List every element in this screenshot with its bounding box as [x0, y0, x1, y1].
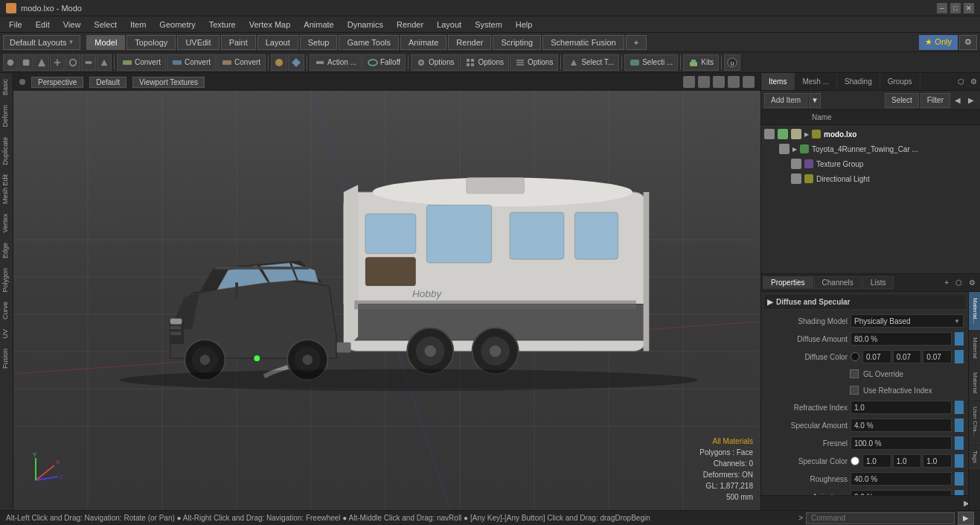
- menu-item[interactable]: Item: [124, 19, 152, 31]
- roughness-bar[interactable]: [955, 472, 964, 486]
- convert-button-1[interactable]: Convert: [117, 54, 166, 71]
- tool-icon-8[interactable]: [271, 54, 287, 71]
- sidebar-tab-basic[interactable]: Basic: [0, 74, 13, 100]
- kits-button[interactable]: Kits: [683, 54, 719, 71]
- settings-button[interactable]: ⚙: [959, 35, 977, 50]
- vp-icon-zoom[interactable]: [713, 76, 725, 88]
- anisotropy-bar[interactable]: [955, 490, 964, 495]
- convert-button-3[interactable]: Convert: [217, 54, 266, 71]
- right-tab-tags[interactable]: Tags: [969, 445, 980, 470]
- eye-icon-texture[interactable]: [791, 159, 801, 169]
- anisotropy-value[interactable]: 0.0 %: [851, 490, 952, 495]
- fresnel-bar[interactable]: [955, 436, 964, 450]
- props-expand[interactable]: ⬡: [952, 277, 965, 288]
- tool-icon-6[interactable]: [81, 54, 96, 71]
- menu-help[interactable]: Help: [510, 19, 539, 31]
- menu-texture[interactable]: Texture: [203, 19, 242, 31]
- tool-icon-1[interactable]: [3, 54, 18, 71]
- tab-uvedit[interactable]: UVEdit: [177, 35, 219, 50]
- right-tab-material1[interactable]: Material...: [969, 292, 980, 331]
- gl-override-checkbox[interactable]: [850, 369, 859, 378]
- specular-r[interactable]: 1.0: [862, 454, 891, 468]
- diffuse-color-bar[interactable]: [955, 350, 964, 363]
- right-tab-material2[interactable]: Material: [969, 331, 980, 365]
- sidebar-tab-polygon[interactable]: Polygon: [0, 264, 13, 297]
- refractive-checkbox[interactable]: [850, 386, 859, 395]
- filter-button[interactable]: Filter: [920, 93, 950, 108]
- shading-button[interactable]: Default: [89, 77, 126, 88]
- roughness-value[interactable]: 40.0 %: [851, 472, 952, 486]
- scene-canvas[interactable]: Hobby X Z Y All Materials Polygons : Fac…: [13, 91, 760, 510]
- items-tab-mesh[interactable]: Mesh ...: [795, 73, 837, 90]
- tab-topology[interactable]: Topology: [126, 35, 176, 50]
- tab-setup[interactable]: Setup: [300, 35, 338, 50]
- props-tab-channels[interactable]: Channels: [814, 276, 862, 289]
- props-add-tab[interactable]: +: [941, 277, 952, 288]
- command-input[interactable]: [806, 512, 955, 524]
- sidebar-tab-deform[interactable]: Deform: [0, 101, 13, 132]
- menu-edit[interactable]: Edit: [30, 19, 56, 31]
- specular-amount-bar[interactable]: [955, 419, 964, 432]
- right-tab-material3[interactable]: Material: [969, 366, 980, 400]
- refractive-bar[interactable]: [955, 401, 964, 414]
- star-only-button[interactable]: ★ Only: [919, 35, 958, 50]
- specular-b[interactable]: 1.0: [923, 454, 952, 468]
- unreal-button[interactable]: U: [724, 54, 740, 71]
- tab-model[interactable]: Model: [86, 35, 125, 50]
- display-button[interactable]: Viewport Textures: [132, 77, 205, 88]
- items-tab-groups[interactable]: Groups: [880, 73, 920, 90]
- menu-layout[interactable]: Layout: [431, 19, 467, 31]
- specular-amount-value[interactable]: 4.0 %: [851, 419, 952, 432]
- tool-icon-5[interactable]: [65, 54, 80, 71]
- menu-select[interactable]: Select: [88, 19, 123, 31]
- fresnel-value[interactable]: 100.0 %: [851, 436, 952, 450]
- items-panel-settings[interactable]: ⚙: [967, 76, 980, 87]
- tool-icon-2[interactable]: [19, 54, 33, 71]
- command-submit[interactable]: ▶: [958, 512, 974, 525]
- options-button-1[interactable]: Options: [411, 54, 459, 71]
- props-tab-lists[interactable]: Lists: [862, 276, 894, 289]
- add-layout-button[interactable]: +: [626, 35, 647, 50]
- vp-icon-pan[interactable]: [698, 76, 710, 88]
- vp-icon-settings[interactable]: [743, 76, 755, 88]
- right-tab-usercha[interactable]: User Cha...: [969, 401, 980, 443]
- tab-paint[interactable]: Paint: [221, 35, 256, 50]
- tree-arrow-toyota[interactable]: ▶: [792, 146, 797, 153]
- tree-item-root[interactable]: ▶ modo.lxo: [761, 127, 980, 141]
- tree-item-texture[interactable]: Texture Group: [761, 156, 980, 171]
- menu-system[interactable]: System: [469, 19, 508, 31]
- eye-icon-root[interactable]: [764, 129, 775, 139]
- minimize-button[interactable]: ─: [937, 3, 947, 13]
- default-layouts-dropdown[interactable]: Default Layouts ▼: [3, 35, 80, 50]
- sidebar-tab-vertex[interactable]: Vertex: [0, 209, 13, 238]
- sidebar-tab-duplicate[interactable]: Duplicate: [0, 133, 13, 170]
- add-item-dropdown[interactable]: ▼: [809, 93, 821, 108]
- refractive-index-value[interactable]: 1.0: [851, 401, 952, 414]
- select-t-button[interactable]: Select T...: [563, 54, 619, 71]
- tool-icon-7[interactable]: [97, 54, 112, 71]
- items-tab-shading[interactable]: Shading: [837, 73, 880, 90]
- tool-icon-9[interactable]: [288, 54, 304, 71]
- specular-g[interactable]: 1.0: [893, 454, 922, 468]
- tab-render[interactable]: Render: [448, 35, 491, 50]
- menu-dynamics[interactable]: Dynamics: [342, 19, 389, 31]
- specular-color-bar[interactable]: [955, 454, 964, 468]
- tree-item-toyota[interactable]: ▶ Toyota_4Runner_Towing_Car ...: [761, 141, 980, 156]
- tree-arrow-root[interactable]: ▶: [804, 131, 809, 138]
- options-button-2[interactable]: Options: [460, 54, 508, 71]
- shading-model-dropdown[interactable]: Physically Based: [851, 314, 964, 328]
- tool-icon-3[interactable]: [34, 54, 49, 71]
- tab-layout[interactable]: Layout: [257, 35, 298, 50]
- eye-icon-toyota[interactable]: [779, 144, 790, 154]
- select-button[interactable]: Select: [885, 93, 919, 108]
- items-panel-expand[interactable]: ⬡: [955, 76, 967, 87]
- diffuse-amount-value[interactable]: 80.0 %: [851, 332, 952, 346]
- vp-icon-rotate[interactable]: [683, 76, 695, 88]
- menu-render[interactable]: Render: [391, 19, 429, 31]
- vp-icon-fit[interactable]: [728, 76, 740, 88]
- diffuse-g[interactable]: 0.07: [893, 350, 922, 363]
- props-settings[interactable]: ⚙: [966, 277, 979, 288]
- diffuse-amount-bar[interactable]: [955, 332, 964, 346]
- tab-schematic[interactable]: Schematic Fusion: [542, 35, 624, 50]
- perspective-button[interactable]: Perspective: [31, 77, 83, 88]
